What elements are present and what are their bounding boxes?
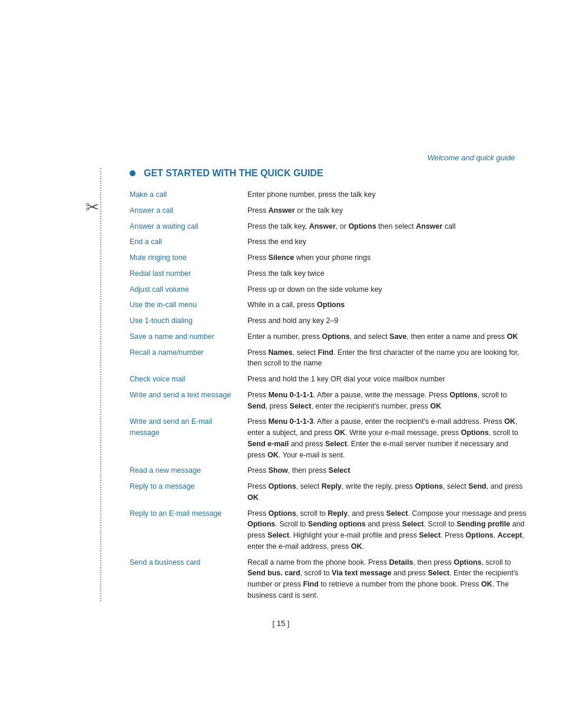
row-desc: Press Options, select Reply, write the r… — [247, 481, 527, 503]
row-desc: Press Menu 0-1-1-3. After a pause, enter… — [247, 416, 527, 460]
row-label: End a call — [130, 236, 247, 248]
table-row: Read a new messagePress Show, then press… — [130, 465, 527, 476]
row-label: Answer a waiting call — [130, 221, 247, 232]
row-label: Make a call — [130, 189, 247, 200]
row-label: Recall a name/number — [130, 347, 247, 358]
row-desc: Press Show, then press Select — [247, 465, 527, 476]
row-label: Write and send an E-mail message — [130, 416, 247, 439]
row-desc: Press the talk key twice — [247, 268, 527, 279]
page-number: [ 15 ] — [0, 619, 562, 628]
row-desc: Press and hold any key 2–9 — [247, 315, 527, 327]
table-row: Check voice mailPress and hold the 1 key… — [130, 374, 527, 385]
row-label: Check voice mail — [130, 374, 247, 385]
table-row: Recall a name/numberPress Names, select … — [130, 347, 527, 370]
table-row: Write and send a text messagePress Menu … — [130, 390, 527, 412]
row-label: Write and send a text message — [130, 390, 247, 401]
row-desc: While in a call, press Options — [247, 299, 527, 311]
row-label: Redial last number — [130, 268, 247, 279]
row-label: Adjust call volume — [130, 284, 247, 295]
table-row: Redial last numberPress the talk key twi… — [130, 268, 527, 279]
row-desc: Enter phone number, press the talk key — [247, 189, 527, 200]
table-row: Answer a callPress Answer or the talk ke… — [130, 205, 527, 216]
content-area: ✂ GET STARTED WITH THE QUICK GUIDE Make … — [118, 168, 527, 601]
row-label: Use the in-call menu — [130, 299, 247, 311]
table-row: Reply to an E-mail messagePress Options,… — [130, 508, 527, 552]
row-label: Answer a call — [130, 205, 247, 216]
row-label: Mute ringing tone — [130, 252, 247, 263]
row-desc: Press Silence when your phone rings — [247, 252, 527, 263]
page: Welcome and quick guide ✂ GET STARTED WI… — [0, 0, 562, 728]
row-desc: Press Menu 0-1-1-1. After a pause, write… — [247, 390, 527, 412]
scissors-icon: ✂ — [85, 197, 99, 217]
row-desc: Press Answer or the talk key — [247, 205, 527, 216]
table-row: Save a name and numberEnter a number, pr… — [130, 331, 527, 342]
row-desc: Enter a number, press Options, and selec… — [247, 331, 527, 342]
subtitle-text: Welcome and quick guide — [427, 153, 515, 162]
row-desc: Recall a name from the phone book. Press… — [247, 557, 527, 601]
quick-guide-table: Make a callEnter phone number, press the… — [130, 189, 527, 601]
row-desc: Press Names, select Find. Enter the firs… — [247, 347, 527, 370]
table-row: Adjust call volumePress up or down on th… — [130, 284, 527, 295]
table-row: Mute ringing tonePress Silence when your… — [130, 252, 527, 263]
table-row: Write and send an E-mail messagePress Me… — [130, 416, 527, 460]
row-desc: Press the talk key, Answer, or Options t… — [247, 221, 527, 232]
table-row: Answer a waiting callPress the talk key,… — [130, 221, 527, 232]
row-label: Reply to a message — [130, 481, 247, 492]
row-label: Use 1-touch dialing — [130, 315, 247, 327]
header-subtitle: Welcome and quick guide — [0, 0, 562, 168]
table-row: Send a business cardRecall a name from t… — [130, 557, 527, 601]
dotted-line — [100, 168, 101, 601]
table-row: Make a callEnter phone number, press the… — [130, 189, 527, 200]
row-label: Save a name and number — [130, 331, 247, 342]
row-desc: Press the end key — [247, 236, 527, 248]
row-desc: Press Options, scroll to Reply, and pres… — [247, 508, 527, 552]
row-label: Send a business card — [130, 557, 247, 568]
table-row: Use 1-touch dialingPress and hold any ke… — [130, 315, 527, 327]
table-row: End a callPress the end key — [130, 236, 527, 248]
row-label: Reply to an E-mail message — [130, 508, 247, 519]
section-title: GET STARTED WITH THE QUICK GUIDE — [130, 168, 527, 179]
table-row: Reply to a messagePress Options, select … — [130, 481, 527, 503]
row-desc: Press and hold the 1 key OR dial your vo… — [247, 374, 527, 385]
row-label: Read a new message — [130, 465, 247, 476]
bullet-icon — [130, 170, 135, 176]
table-row: Use the in-call menuWhile in a call, pre… — [130, 299, 527, 311]
row-desc: Press up or down on the side volume key — [247, 284, 527, 295]
